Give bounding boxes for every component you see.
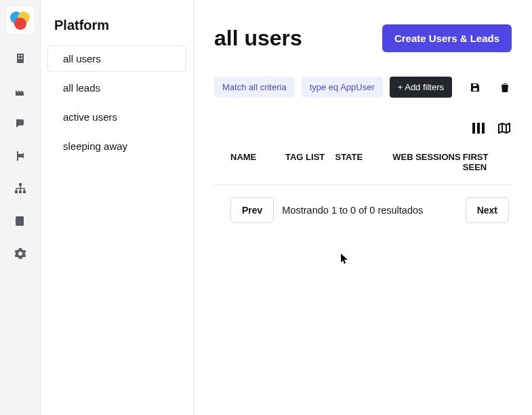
svg-rect-5	[21, 55, 22, 56]
app-logo[interactable]	[7, 7, 34, 34]
segment-label: all users	[63, 53, 101, 64]
svg-rect-10	[19, 191, 22, 193]
segment-all-leads[interactable]: all leads	[47, 75, 186, 101]
svg-rect-8	[19, 183, 22, 186]
svg-rect-14	[482, 123, 485, 134]
svg-rect-6	[18, 58, 20, 59]
create-users-leads-button[interactable]: Create Users & Leads	[382, 24, 512, 52]
svg-rect-13	[477, 123, 480, 134]
svg-rect-3	[17, 54, 24, 63]
filter-type-chip[interactable]: type eq AppUser	[302, 77, 383, 98]
next-button[interactable]: Next	[466, 197, 509, 223]
column-name[interactable]: NAME	[230, 152, 285, 172]
segment-label: sleeping away	[63, 140, 127, 152]
svg-rect-9	[15, 191, 18, 193]
segment-all-users[interactable]: all users	[47, 45, 186, 72]
factory-icon[interactable]	[12, 83, 28, 99]
main-content: all users Create Users & Leads Match all…	[194, 0, 532, 415]
sitemap-icon[interactable]	[12, 180, 28, 197]
svg-point-2	[14, 18, 26, 30]
map-icon[interactable]	[497, 121, 512, 136]
column-tag-list[interactable]: TAG LIST	[285, 152, 335, 172]
table-header: NAME TAG LIST STATE WEB SESSIONS FIRST S…	[214, 145, 512, 185]
segment-label: active users	[63, 111, 117, 123]
gear-icon[interactable]	[12, 245, 28, 262]
trash-icon[interactable]	[498, 81, 512, 94]
flag-icon[interactable]	[12, 148, 28, 164]
svg-rect-12	[472, 123, 475, 134]
building-icon[interactable]	[12, 50, 28, 66]
svg-rect-4	[18, 55, 20, 56]
svg-rect-7	[21, 58, 22, 59]
svg-rect-11	[23, 191, 26, 193]
page-info: Mostrando 1 to 0 of 0 resultados	[282, 205, 423, 216]
pagination: Prev Mostrando 1 to 0 of 0 resultados Ne…	[214, 197, 512, 223]
icon-sidebar	[0, 0, 41, 415]
match-criteria-chip[interactable]: Match all criteria	[214, 77, 295, 98]
segment-sidebar: Platform all users all leads active user…	[41, 0, 194, 415]
filter-row: Match all criteria type eq AppUser + Add…	[214, 77, 512, 98]
column-first-seen[interactable]: FIRST SEEN	[463, 152, 512, 172]
prev-button[interactable]: Prev	[230, 197, 274, 223]
sidebar-title: Platform	[47, 12, 186, 45]
save-icon[interactable]	[468, 81, 482, 94]
page-header: all users Create Users & Leads	[214, 24, 512, 52]
book-icon[interactable]	[12, 213, 28, 229]
page-title: all users	[214, 26, 302, 51]
columns-icon[interactable]	[471, 121, 486, 136]
chat-icon[interactable]	[12, 115, 28, 132]
segment-label: all leads	[63, 82, 100, 94]
segment-sleeping-away[interactable]: sleeping away	[47, 133, 186, 159]
view-toolbar	[214, 121, 512, 136]
add-filters-button[interactable]: + Add filters	[390, 77, 452, 98]
column-state[interactable]: STATE	[335, 152, 392, 172]
segment-active-users[interactable]: active users	[47, 104, 186, 130]
column-web-sessions[interactable]: WEB SESSIONS	[392, 152, 463, 172]
